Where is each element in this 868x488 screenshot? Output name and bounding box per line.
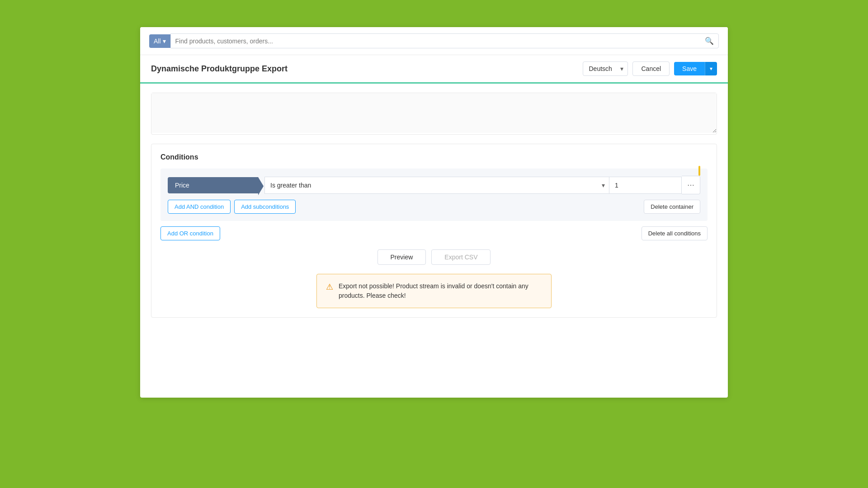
condition-field-badge: Price bbox=[168, 177, 258, 193]
save-button[interactable]: Save bbox=[674, 62, 705, 75]
operator-select-wrapper: Is greater than Is less than Is equal to… bbox=[264, 177, 609, 194]
filter-label: All bbox=[154, 38, 161, 45]
conditions-title: Conditions bbox=[160, 153, 708, 161]
error-message: Export not possible! Product stream is i… bbox=[339, 282, 542, 300]
language-selector-wrapper: Deutsch English French bbox=[583, 61, 628, 76]
save-button-group: Save ▾ bbox=[674, 62, 717, 75]
page-title: Dynamische Produktgruppe Export bbox=[151, 64, 288, 74]
content-area: Conditions Price Is greater than Is less… bbox=[140, 84, 728, 327]
preview-row: Preview Export CSV bbox=[160, 249, 708, 265]
chevron-down-icon: ▾ bbox=[163, 38, 166, 45]
export-csv-button[interactable]: Export CSV bbox=[431, 249, 491, 265]
header-bar: Dynamische Produktgruppe Export Deutsch … bbox=[140, 55, 728, 84]
search-bar: All ▾ 🔍 bbox=[140, 27, 728, 55]
language-select[interactable]: Deutsch English French bbox=[583, 61, 628, 76]
delete-container-button[interactable]: Delete container bbox=[644, 200, 700, 214]
bottom-conditions-row: Add OR condition Delete all conditions bbox=[160, 226, 708, 240]
header-actions: Deutsch English French Cancel Save ▾ bbox=[583, 61, 717, 76]
delete-all-conditions-button[interactable]: Delete all conditions bbox=[642, 226, 708, 240]
condition-actions-left: Add AND condition Add subconditions bbox=[168, 200, 296, 214]
operator-select[interactable]: Is greater than Is less than Is equal to… bbox=[264, 177, 609, 194]
condition-value-input[interactable] bbox=[609, 177, 682, 194]
add-or-condition-button[interactable]: Add OR condition bbox=[160, 226, 220, 240]
condition-container: Price Is greater than Is less than Is eq… bbox=[160, 169, 708, 221]
yellow-indicator bbox=[698, 166, 700, 176]
condition-row: Price Is greater than Is less than Is eq… bbox=[168, 176, 700, 194]
description-card bbox=[151, 93, 717, 135]
save-dropdown-button[interactable]: ▾ bbox=[705, 62, 717, 75]
add-subconditions-button[interactable]: Add subconditions bbox=[234, 200, 296, 214]
warning-icon: ⚠ bbox=[326, 282, 333, 292]
preview-button[interactable]: Preview bbox=[377, 249, 426, 265]
search-input-wrapper: 🔍 bbox=[170, 33, 719, 48]
add-and-condition-button[interactable]: Add AND condition bbox=[168, 200, 231, 214]
condition-field-label: Price bbox=[175, 182, 189, 189]
conditions-card: Conditions Price Is greater than Is less… bbox=[151, 144, 717, 318]
search-input[interactable] bbox=[175, 38, 701, 45]
error-alert: ⚠ Export not possible! Product stream is… bbox=[316, 274, 552, 308]
condition-actions: Add AND condition Add subconditions Dele… bbox=[168, 200, 700, 214]
search-filter-button[interactable]: All ▾ bbox=[149, 34, 170, 48]
condition-more-button[interactable]: ⋯ bbox=[682, 176, 700, 194]
search-icon[interactable]: 🔍 bbox=[705, 37, 714, 45]
cancel-button[interactable]: Cancel bbox=[632, 61, 670, 76]
description-textarea[interactable] bbox=[151, 93, 717, 133]
